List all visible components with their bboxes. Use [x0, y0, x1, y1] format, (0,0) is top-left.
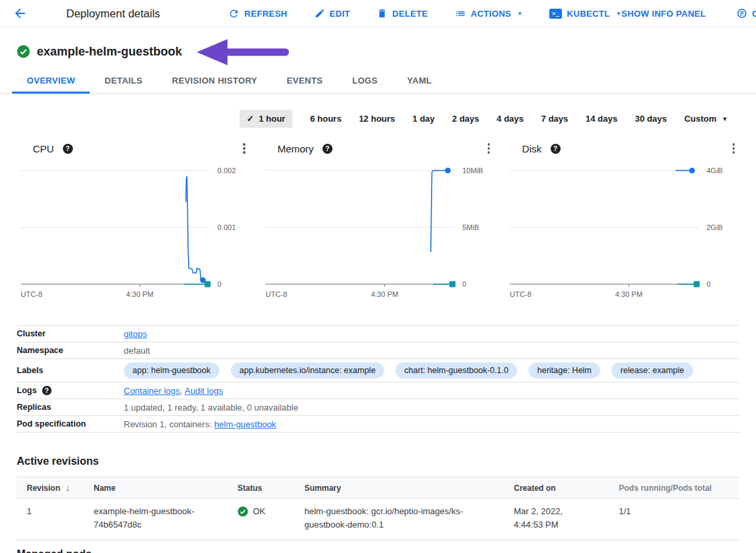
help-icon[interactable]: ?	[551, 144, 561, 154]
cluster-link[interactable]: gitops	[124, 329, 147, 339]
tab-events[interactable]: EVENTS	[272, 68, 338, 93]
show-info-panel-button[interactable]: SHOW INFO PANEL	[622, 9, 706, 19]
chevron-down-icon: ▼	[722, 116, 728, 122]
svg-text:UTC-8: UTC-8	[266, 290, 287, 298]
chart-card-memory: Memory ? 05MiB10MiBUTC-84:30 PM	[262, 137, 506, 300]
container-link[interactable]: helm-guestbook	[214, 419, 276, 429]
logs-link-container-logs[interactable]: Container logs	[124, 386, 180, 396]
refresh-button[interactable]: REFRESH	[228, 8, 287, 19]
time-range-option-7-days[interactable]: 7 days	[541, 114, 568, 124]
svg-text:UTC-8: UTC-8	[21, 290, 42, 298]
logs-link-audit-logs[interactable]: Audit logs	[185, 386, 223, 396]
time-range-option-1-day[interactable]: 1 day	[413, 114, 435, 124]
time-range-option-1-hour[interactable]: ✓1 hour	[240, 110, 293, 128]
detail-row-replicas: Replicas 1 updated, 1 ready, 1 available…	[17, 399, 739, 416]
detail-label: Logs ?	[17, 386, 124, 395]
back-arrow-icon	[13, 6, 27, 21]
tab-logs[interactable]: LOGS	[337, 68, 392, 93]
tab-yaml[interactable]: YAML	[392, 68, 446, 93]
more-options-icon[interactable]	[730, 140, 738, 156]
detail-label: Labels	[17, 366, 124, 375]
chart-title: Disk	[522, 143, 541, 154]
detail-row-logs: Logs ? Container logs, Audit logs	[17, 382, 739, 399]
column-header-name[interactable]: Name	[84, 477, 227, 498]
status-ok-icon	[238, 506, 248, 517]
deployment-details-list: Cluster gitops Namespace default Labels …	[17, 325, 739, 433]
summary-cell: helm-guestbook: gcr.io/heptio-images/ks-…	[294, 499, 504, 540]
operations-button[interactable]: OPERATIONS	[737, 8, 756, 19]
time-range-option-12-hours[interactable]: 12 hours	[359, 114, 395, 124]
replicas-value: 1 updated, 1 ready, 1 available, 0 unava…	[124, 403, 298, 413]
section-title: Active revisions	[17, 455, 739, 467]
table-row: 1example-helm-guestbook-74b6547d8cOKhelm…	[17, 499, 739, 540]
deployment-title-row: example-helm-guestbook	[0, 41, 756, 62]
memory-chart: 05MiB10MiBUTC-84:30 PM	[262, 160, 492, 300]
chart-title: CPU	[33, 143, 54, 154]
toolbar: Deployment details REFRESH EDIT DELETE A…	[0, 0, 756, 27]
label-chip: heritage: Helm	[529, 362, 600, 378]
column-header-pods-running-pods-total[interactable]: Pods running/Pods total	[609, 477, 739, 498]
page-title: Deployment details	[66, 7, 160, 20]
revisions-header: Revision↓NameStatusSummaryCreated onPods…	[17, 477, 739, 499]
list-icon	[454, 8, 466, 19]
tab-details[interactable]: DETAILS	[90, 68, 157, 93]
pencil-icon	[314, 8, 325, 19]
svg-text:0.002: 0.002	[217, 167, 236, 175]
detail-label: Pod specification	[17, 419, 124, 429]
chevron-down-icon: ▼	[517, 11, 523, 17]
label-chip: release: example	[611, 362, 692, 378]
check-icon: ✓	[247, 114, 254, 124]
time-range-option-30-days[interactable]: 30 days	[635, 114, 667, 124]
more-options-icon[interactable]	[485, 140, 493, 156]
actions-button[interactable]: ACTIONS ▼	[454, 8, 523, 19]
active-revisions-section: Active revisions Revision↓NameStatusSumm…	[17, 455, 739, 540]
tab-overview[interactable]: OVERVIEW	[12, 68, 90, 93]
terminal-icon: >_	[549, 9, 562, 19]
status-cell: OK	[227, 499, 294, 540]
detail-row-labels: Labels app: helm-guestbookapp.kubernetes…	[17, 359, 739, 382]
time-range-option-6-hours[interactable]: 6 hours	[310, 114, 341, 124]
time-range-option-2-days[interactable]: 2 days	[452, 114, 479, 124]
svg-text:0: 0	[706, 280, 711, 288]
svg-text:UTC-8: UTC-8	[510, 290, 531, 298]
refresh-icon	[228, 8, 240, 19]
tab-revision-history[interactable]: REVISION HISTORY	[157, 68, 272, 93]
label-chip: app: helm-guestbook	[124, 362, 219, 378]
chart-title: Memory	[278, 143, 314, 154]
delete-button[interactable]: DELETE	[377, 8, 428, 19]
status-ok-icon	[17, 45, 30, 58]
column-header-status[interactable]: Status	[227, 477, 294, 498]
sort-descending-icon: ↓	[66, 483, 70, 493]
cpu-chart: 00.0010.002UTC-84:30 PM	[17, 160, 248, 300]
svg-text:10MiB: 10MiB	[462, 167, 483, 175]
deployment-name: example-helm-guestbook	[37, 45, 182, 59]
column-header-created-on[interactable]: Created on	[504, 477, 609, 498]
chart-card-cpu: CPU ? 00.0010.002UTC-84:30 PM	[17, 137, 262, 300]
detail-label: Cluster	[17, 329, 124, 338]
svg-text:0: 0	[462, 280, 466, 288]
help-icon[interactable]: ?	[63, 144, 73, 154]
status-text: OK	[253, 505, 266, 518]
trash-icon	[377, 8, 387, 19]
help-icon[interactable]: ?	[322, 144, 333, 154]
more-options-icon[interactable]	[240, 140, 248, 156]
time-range-option-custom[interactable]: Custom▼	[684, 114, 728, 124]
revisions-body: 1example-helm-guestbook-74b6547d8cOKhelm…	[17, 499, 739, 540]
operations-icon	[737, 8, 747, 19]
time-range: ✓1 hour6 hours12 hours1 day2 days4 days7…	[0, 110, 756, 128]
kubectl-button[interactable]: >_ KUBECTL ▼	[549, 9, 621, 19]
time-range-option-4-days[interactable]: 4 days	[496, 114, 523, 124]
help-icon[interactable]: ?	[42, 386, 52, 395]
labels-chips: app: helm-guestbookapp.kubernetes.io/ins…	[124, 360, 693, 380]
time-range-option-14-days[interactable]: 14 days	[585, 114, 618, 124]
revisions-table: Revision↓NameStatusSummaryCreated onPods…	[17, 477, 739, 540]
section-title-cutoff: Managed pods	[17, 548, 92, 553]
svg-text:4:30 PM: 4:30 PM	[371, 290, 398, 298]
annotation-arrow	[195, 37, 290, 67]
column-header-revision[interactable]: Revision↓	[17, 477, 84, 498]
edit-button[interactable]: EDIT	[314, 8, 351, 19]
column-header-summary[interactable]: Summary	[294, 477, 504, 498]
detail-label: Namespace	[17, 346, 124, 355]
disk-chart: 02GiB4GiBUTC-84:30 PM	[506, 160, 737, 300]
back-button[interactable]	[12, 5, 28, 21]
